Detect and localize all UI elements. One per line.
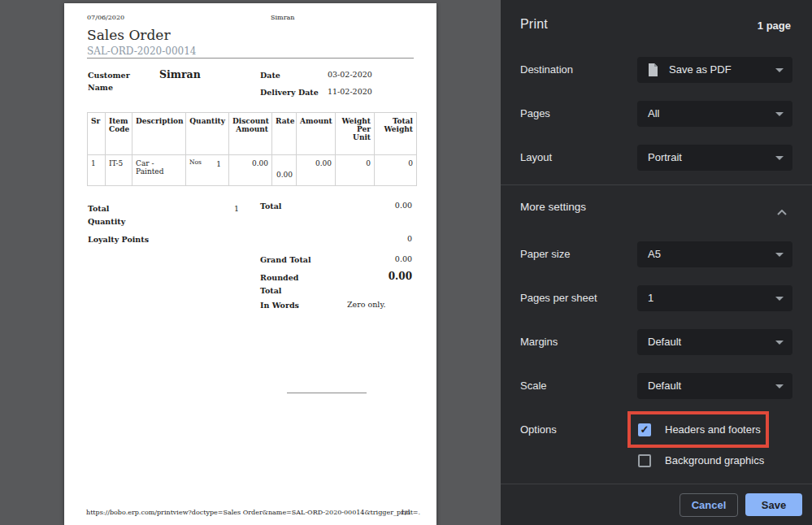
cell-sr: 1 — [88, 155, 106, 186]
paper-size-row: Paper size A5 — [501, 241, 812, 267]
chevron-down-icon — [775, 297, 784, 301]
pages-per-sheet-dropdown[interactable]: 1 — [637, 285, 792, 311]
col-header-rate: Rate — [272, 113, 297, 155]
col-header-sr: Sr — [88, 113, 106, 155]
cell-discount-amount: 0.00 — [229, 155, 272, 186]
col-header-quantity: Quantity — [186, 113, 229, 155]
customer-label: Customer Name — [88, 69, 138, 93]
options-label: Options — [520, 423, 557, 436]
in-words-label: In Words — [260, 299, 299, 312]
scale-dropdown[interactable]: Default — [637, 373, 792, 399]
save-button[interactable]: Save — [745, 493, 802, 516]
date-value: 03-02-2020 — [328, 70, 372, 79]
delivery-date-label: Delivery Date — [260, 86, 319, 98]
col-header-weight-per-unit: Weight Per Unit — [336, 113, 375, 155]
print-footer-page-number: 1/1 — [401, 509, 411, 516]
section-divider — [501, 184, 812, 185]
paper-size-dropdown[interactable]: A5 — [637, 241, 792, 267]
date-label: Date — [260, 69, 280, 81]
destination-row: Destination Save as PDF — [501, 57, 812, 83]
table-header-row: Sr Item Code Description Quantity Discou… — [88, 113, 417, 155]
scale-value: Default — [648, 373, 681, 399]
header-divider — [87, 58, 414, 59]
cell-description: Car - Painted — [132, 155, 186, 186]
more-settings-toggle[interactable]: More settings — [501, 196, 812, 219]
pages-dropdown[interactable]: All — [637, 101, 792, 127]
headers-footers-checkbox[interactable]: ✓ — [638, 423, 651, 436]
destination-dropdown[interactable]: Save as PDF — [637, 57, 792, 83]
chevron-down-icon — [775, 112, 784, 116]
more-settings-label: More settings — [520, 196, 586, 219]
layout-label: Layout — [520, 145, 552, 171]
cell-quantity: Nos 1 — [186, 155, 229, 186]
paper-size-label: Paper size — [520, 241, 570, 267]
panel-footer: Cancel Save — [501, 484, 812, 525]
cell-rate: 0.00 — [272, 155, 297, 186]
items-table: Sr Item Code Description Quantity Discou… — [87, 112, 417, 186]
cell-total-weight: 0 — [375, 155, 417, 186]
pdf-document-icon — [648, 63, 658, 80]
grand-total-label: Grand Total — [260, 254, 311, 267]
pages-row: Pages All — [501, 101, 812, 127]
destination-label: Destination — [520, 57, 573, 83]
chevron-down-icon — [775, 156, 784, 160]
print-settings-panel: Print 1 page Destination Save as PDF Pag… — [501, 0, 812, 525]
col-header-item-code: Item Code — [106, 113, 132, 155]
pages-per-sheet-value: 1 — [648, 285, 654, 311]
delivery-date-value: 11-02-2020 — [328, 87, 372, 96]
chevron-down-icon — [775, 384, 784, 388]
total-value: 0.00 — [363, 201, 412, 210]
chevron-down-icon — [775, 68, 784, 72]
total-quantity-label: Total Quantity — [88, 202, 145, 228]
chevron-down-icon — [775, 253, 784, 257]
scale-label: Scale — [520, 373, 547, 399]
margins-dropdown[interactable]: Default — [637, 329, 792, 355]
margins-value: Default — [648, 329, 681, 355]
pages-per-sheet-label: Pages per sheet — [520, 285, 597, 311]
scale-row: Scale Default — [501, 373, 812, 399]
layout-row: Layout Portrait — [501, 145, 812, 171]
pages-value: All — [648, 101, 659, 127]
cell-uom: Nos — [189, 158, 202, 166]
chevron-down-icon — [775, 341, 784, 345]
rounded-total-value: 0.00 — [363, 271, 412, 282]
col-header-amount: Amount — [297, 113, 336, 155]
rounded-total-label: Rounded Total — [260, 271, 309, 297]
col-header-discount-amount: Discount Amount — [229, 113, 272, 155]
col-header-description: Description — [132, 113, 186, 155]
cell-qty-number: 1 — [216, 160, 221, 168]
margins-row: Margins Default — [501, 329, 812, 355]
background-graphics-label: Background graphics — [665, 454, 764, 467]
print-header-title: Simran — [271, 14, 294, 21]
margins-label: Margins — [520, 329, 558, 355]
cell-weight-per-unit: 0 — [336, 155, 375, 186]
table-row: 1 IT-5 Car - Painted Nos 1 0.00 0.00 0.0… — [88, 155, 417, 186]
grand-total-value: 0.00 — [363, 254, 412, 263]
customer-value: Simran — [159, 68, 201, 80]
pages-per-sheet-row: Pages per sheet 1 — [501, 285, 812, 311]
chevron-up-icon — [777, 204, 787, 219]
pages-label: Pages — [520, 101, 550, 127]
headers-footers-label: Headers and footers — [665, 423, 761, 436]
signature-line — [287, 393, 367, 393]
panel-title: Print — [520, 17, 548, 32]
cancel-button[interactable]: Cancel — [680, 493, 738, 517]
loyalty-points-value: 0 — [363, 234, 412, 243]
layout-dropdown[interactable]: Portrait — [637, 145, 792, 171]
preview-page: 07/06/2020 Simran Sales Order SAL-ORD-20… — [64, 3, 436, 525]
total-label: Total — [260, 200, 281, 213]
document-name: SAL-ORD-2020-00014 — [87, 46, 196, 57]
cell-item-code: IT-5 — [106, 155, 132, 186]
loyalty-points-label: Loyalty Points — [88, 233, 149, 246]
layout-value: Portrait — [648, 145, 682, 171]
col-header-total-weight: Total Weight — [375, 113, 417, 155]
print-footer-url: https://bobo.erp.com/printview?doctype=S… — [86, 509, 420, 516]
cell-amount: 0.00 — [297, 155, 336, 186]
page-count: 1 page — [758, 20, 791, 32]
print-header-date: 07/06/2020 — [87, 14, 124, 21]
document-title: Sales Order — [87, 27, 171, 43]
background-graphics-checkbox[interactable] — [638, 454, 651, 467]
total-quantity-value: 1 — [190, 204, 239, 213]
print-preview-area: 07/06/2020 Simran Sales Order SAL-ORD-20… — [0, 0, 501, 525]
destination-value: Save as PDF — [669, 57, 732, 83]
